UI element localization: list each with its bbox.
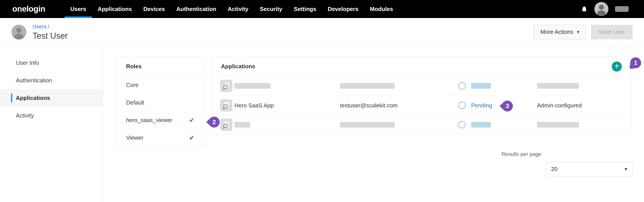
loading-spinner-icon xyxy=(458,121,466,128)
loading-spinner-icon xyxy=(458,82,466,90)
onelogin-logo[interactable]: onelogin xyxy=(12,4,45,14)
account-avatar[interactable] xyxy=(594,2,608,16)
page-header-text: Users / Test User xyxy=(32,24,68,40)
account-menu-placeholder[interactable] xyxy=(615,6,628,12)
nav-item-applications[interactable]: Applications xyxy=(92,0,138,18)
sidebar-item-applications[interactable]: Applications xyxy=(0,89,102,107)
skeleton-app-name xyxy=(234,83,270,89)
nav-item-authentication[interactable]: Authentication xyxy=(171,0,222,18)
application-row-skeleton xyxy=(211,115,632,134)
application-config-type: Admin-configured xyxy=(537,102,582,109)
chevron-down-icon: ▾ xyxy=(625,166,627,172)
nav-item-activity[interactable]: Activity xyxy=(222,0,254,18)
onelogin-admin-page: onelogin Users Applications Devices Auth… xyxy=(0,0,644,202)
nav-label: Activity xyxy=(228,6,248,12)
notifications-bell-icon[interactable] xyxy=(581,6,588,12)
application-row-skeleton xyxy=(211,76,632,96)
more-actions-label: More Actions xyxy=(540,28,573,35)
skeleton-app-config xyxy=(537,83,579,89)
role-label: Viewer xyxy=(126,134,144,141)
role-row-hero-saas-viewer[interactable]: hero_saas_viewer ✔ xyxy=(116,111,203,129)
application-icon xyxy=(220,99,232,112)
user-profile-avatar xyxy=(12,24,26,40)
role-row-default[interactable]: Default xyxy=(116,94,203,111)
role-row-core[interactable]: Core xyxy=(116,76,203,94)
roles-title: Roles xyxy=(126,63,142,70)
applications-card-header: Applications + xyxy=(211,57,632,76)
application-status-link[interactable]: Pending xyxy=(471,102,492,109)
nav-right-cluster xyxy=(581,2,628,16)
role-label: hero_saas_viewer xyxy=(126,117,172,124)
nav-item-modules[interactable]: Modules xyxy=(364,0,399,18)
nav-label: Settings xyxy=(294,6,316,12)
user-detail-sidebar: User Info Authentication Applications Ac… xyxy=(0,46,103,202)
top-navigation: onelogin Users Applications Devices Auth… xyxy=(0,0,644,18)
annotation-badge-3: 3 xyxy=(502,100,513,112)
skeleton-app-name xyxy=(234,122,250,128)
nav-label: Developers xyxy=(328,6,358,12)
sidebar-item-authentication[interactable]: Authentication xyxy=(0,72,102,89)
sidebar-label: User Info xyxy=(16,60,39,66)
page-size-value: 20 xyxy=(551,166,558,172)
role-row-viewer[interactable]: Viewer ✔ xyxy=(116,129,203,146)
annotation-badge-2: 2 xyxy=(209,116,220,128)
roles-card: Roles Core Default hero_saas_viewer ✔ Vi… xyxy=(116,57,203,147)
nav-label: Security xyxy=(260,6,282,12)
application-icon xyxy=(220,80,232,92)
results-per-page-label: Results per page xyxy=(502,151,541,157)
page-title: Test User xyxy=(32,31,68,40)
primary-nav: Users Applications Devices Authenticatio… xyxy=(64,0,399,18)
application-row-hero-saas[interactable]: Hero SaaS App testuser@scalekit.com Pend… xyxy=(211,96,632,115)
header-actions: More Actions ▾ Save User xyxy=(534,25,632,39)
nav-item-developers[interactable]: Developers xyxy=(322,0,364,18)
sidebar-item-user-info[interactable]: User Info xyxy=(0,54,102,72)
nav-label: Devices xyxy=(143,6,165,12)
nav-item-users[interactable]: Users xyxy=(64,0,92,18)
nav-item-devices[interactable]: Devices xyxy=(138,0,170,18)
application-name: Hero SaaS App xyxy=(234,102,274,109)
skeleton-app-status xyxy=(471,122,491,128)
sidebar-label: Authentication xyxy=(16,77,52,84)
sidebar-label: Activity xyxy=(16,112,34,119)
pending-spinner-icon xyxy=(458,102,466,109)
check-icon: ✔ xyxy=(189,134,194,142)
chevron-down-icon: ▾ xyxy=(577,29,580,35)
sidebar-item-activity[interactable]: Activity xyxy=(0,107,102,124)
application-login-email: testuser@scalekit.com xyxy=(340,102,398,109)
nav-item-security[interactable]: Security xyxy=(254,0,288,18)
add-application-button[interactable]: + xyxy=(612,62,622,72)
nav-item-settings[interactable]: Settings xyxy=(288,0,322,18)
skeleton-app-config xyxy=(537,122,579,128)
page-header: Users / Test User More Actions ▾ Save Us… xyxy=(0,18,644,46)
role-label: Core xyxy=(126,82,138,88)
breadcrumb-users-link[interactable]: Users / xyxy=(32,24,68,30)
annotation-badge-1: 1 xyxy=(630,57,641,68)
nav-label: Authentication xyxy=(176,6,216,12)
applications-title: Applications xyxy=(221,63,255,70)
page-size-select[interactable]: 20 ▾ xyxy=(546,162,632,176)
nav-label: Modules xyxy=(370,6,393,12)
roles-card-header: Roles xyxy=(116,57,203,76)
save-user-label: Save User xyxy=(598,28,625,35)
more-actions-button[interactable]: More Actions ▾ xyxy=(534,25,586,39)
nav-label: Applications xyxy=(98,6,132,12)
role-label: Default xyxy=(126,99,144,106)
application-icon xyxy=(220,118,232,131)
applications-card: Applications + Hero SaaS App testuser@sc… xyxy=(211,57,632,134)
plus-icon: + xyxy=(614,62,619,71)
sidebar-label: Applications xyxy=(16,95,50,101)
nav-label: Users xyxy=(70,6,86,12)
skeleton-app-email xyxy=(340,122,395,128)
check-icon: ✔ xyxy=(189,116,194,124)
skeleton-app-email xyxy=(340,83,395,89)
skeleton-app-status xyxy=(471,83,491,89)
save-user-button[interactable]: Save User xyxy=(591,25,632,39)
